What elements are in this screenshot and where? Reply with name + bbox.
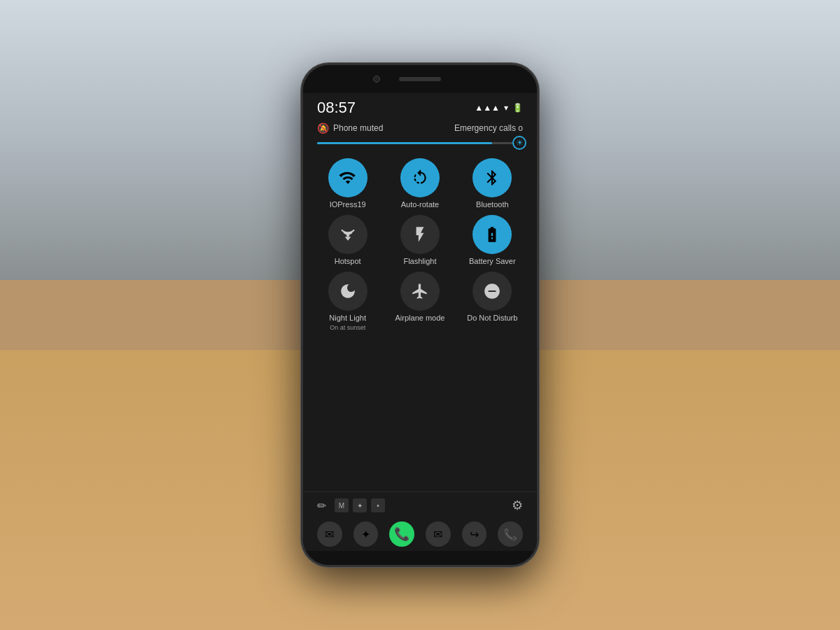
- nav-phone-icon[interactable]: 📞: [498, 522, 523, 547]
- autorotate-tile-label: Auto-rotate: [401, 200, 439, 209]
- nav-gmail-icon[interactable]: ✉: [317, 522, 342, 547]
- battery-saver-tile-label: Battery Saver: [469, 257, 516, 266]
- phone: 08:57 ▲▲▲ ▾ 🔋 🔕 Phone muted Emergency ca…: [301, 63, 539, 567]
- qs-row-1: IOPress19 Auto-rotate: [314, 158, 526, 209]
- phone-speaker: [399, 77, 441, 81]
- bottom-action-bar: ✏ M ✦ • ⚙: [303, 491, 537, 519]
- status-bar: 08:57 ▲▲▲ ▾ 🔋: [303, 93, 537, 120]
- phone-camera: [373, 76, 380, 83]
- settings-gear-icon[interactable]: ⚙: [512, 498, 523, 513]
- brightness-bar[interactable]: [303, 139, 537, 153]
- quick-settings-panel: IOPress19 Auto-rotate: [303, 153, 537, 491]
- muted-label: Phone muted: [333, 123, 383, 133]
- brightness-thumb[interactable]: [512, 136, 526, 150]
- muted-icon: 🔕: [317, 122, 329, 134]
- tile-bluetooth[interactable]: Bluetooth: [459, 158, 526, 209]
- autorotate-tile-icon: [400, 158, 440, 197]
- nav-forward-icon[interactable]: ↪: [462, 522, 487, 547]
- phone-screen: 08:57 ▲▲▲ ▾ 🔋 🔕 Phone muted Emergency ca…: [303, 93, 537, 551]
- qs-row-2: Hotspot Flashlight: [314, 215, 526, 266]
- tile-battery-saver[interactable]: Battery Saver: [459, 215, 526, 266]
- flashlight-tile-icon: [400, 215, 440, 254]
- dot-notif-icon: •: [371, 498, 385, 512]
- nav-whatsapp-icon[interactable]: 📞: [389, 522, 414, 547]
- muted-indicator: 🔕 Phone muted: [317, 122, 383, 134]
- qs-row-3: Night Light On at sunset Airplane mode: [314, 272, 526, 330]
- night-light-tile-icon: [328, 272, 368, 311]
- status-icons: ▲▲▲ ▾ 🔋: [475, 103, 523, 113]
- tile-flashlight[interactable]: Flashlight: [386, 215, 453, 266]
- signal-icon: ▲▲▲: [475, 103, 500, 113]
- nav-dock: ✉ ✦ 📞 ✉ ↪ 📞: [303, 519, 537, 551]
- hotspot-tile-label: Hotspot: [335, 257, 361, 266]
- emergency-label: Emergency calls o: [454, 123, 523, 133]
- phone-top-bar: [303, 65, 537, 93]
- edit-icon[interactable]: ✏: [317, 499, 326, 512]
- tile-hotspot[interactable]: Hotspot: [314, 215, 381, 266]
- nav-gmail2-icon[interactable]: ✉: [426, 522, 451, 547]
- notif-bar: 🔕 Phone muted Emergency calls o: [303, 120, 537, 139]
- gmail-notif-icon: M: [335, 498, 349, 512]
- wifi-tile-label: IOPress19: [330, 200, 366, 209]
- night-light-tile-label: Night Light: [329, 314, 366, 323]
- tile-airplane[interactable]: Airplane mode: [386, 272, 453, 330]
- bottom-left-icons: ✏ M ✦ •: [317, 498, 385, 512]
- bluetooth-tile-icon: [472, 158, 512, 197]
- phone-wrapper: 08:57 ▲▲▲ ▾ 🔋 🔕 Phone muted Emergency ca…: [301, 63, 539, 567]
- battery-saver-tile-icon: [472, 215, 512, 254]
- dnd-tile-label: Do Not Disturb: [467, 314, 517, 323]
- flashlight-tile-label: Flashlight: [403, 257, 436, 266]
- cross-notif-icon: ✦: [353, 498, 367, 512]
- wifi-tile-icon: [328, 158, 368, 197]
- night-light-tile-sublabel: On at sunset: [330, 324, 365, 331]
- battery-status-icon: 🔋: [512, 103, 523, 113]
- brightness-track[interactable]: [317, 142, 523, 144]
- wifi-status-icon: ▾: [504, 103, 508, 113]
- bluetooth-tile-label: Bluetooth: [476, 200, 508, 209]
- nav-apps-icon[interactable]: ✦: [354, 522, 379, 547]
- bottom-notif-icons: M ✦ •: [335, 498, 385, 512]
- airplane-tile-icon: [400, 272, 440, 311]
- airplane-tile-label: Airplane mode: [396, 314, 445, 323]
- phone-bottom: [303, 551, 537, 565]
- tile-dnd[interactable]: Do Not Disturb: [459, 272, 526, 330]
- tile-autorotate[interactable]: Auto-rotate: [386, 158, 453, 209]
- brightness-fill: [317, 142, 492, 144]
- tile-wifi[interactable]: IOPress19: [314, 158, 381, 209]
- dnd-tile-icon: [472, 272, 512, 311]
- hotspot-tile-icon: [328, 215, 368, 254]
- clock: 08:57: [317, 99, 356, 117]
- tile-night-light[interactable]: Night Light On at sunset: [314, 272, 381, 330]
